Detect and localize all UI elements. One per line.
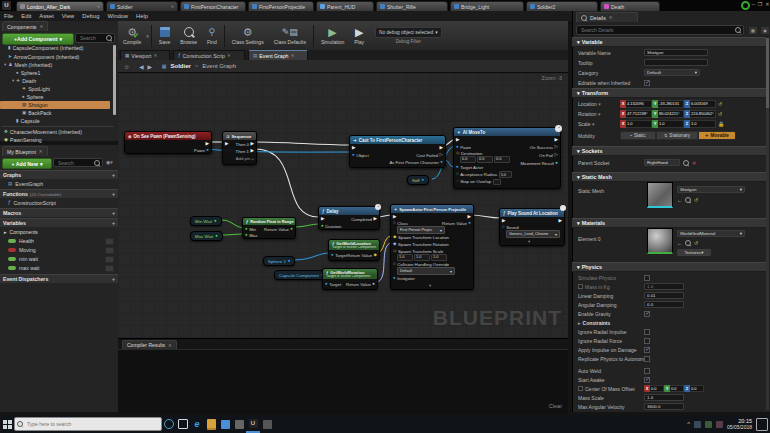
add-component-button[interactable]: +Add Component▾ xyxy=(2,33,74,45)
components-search-input[interactable] xyxy=(78,34,104,42)
visibility-icon[interactable] xyxy=(105,247,114,254)
node-get-world-location[interactable]: ƒGetWorldLocation Target is Scene Compon… xyxy=(328,239,380,261)
node-play-sound[interactable]: ƒPlay Sound At Location ▶ ▶ ○Sound Gener… xyxy=(499,208,565,246)
variable-min-wait[interactable]: min wait xyxy=(0,255,118,264)
node-get-min-wait[interactable]: Min Wait● xyxy=(190,216,222,226)
breadcrumb-root[interactable]: Soldier xyxy=(171,63,191,69)
com-z-field[interactable]: 0.0 xyxy=(690,385,704,392)
exec-in-pin[interactable]: ▶ xyxy=(352,145,356,152)
tree-item-shotgun[interactable]: ▦Shotgun xyxy=(0,101,110,109)
tray-icon[interactable] xyxy=(705,421,712,428)
exec-out-pin[interactable]: ▶ xyxy=(554,137,558,144)
clear-socket-icon[interactable]: ✕ xyxy=(692,160,696,166)
node-cast-to-firstpersoncharacter[interactable]: ➜Cast To FirstPersonCharacter ▶ ▶ ●Objec… xyxy=(349,135,446,168)
app-icon[interactable] xyxy=(232,416,246,432)
tray-icon[interactable] xyxy=(694,421,701,428)
file-explorer-icon[interactable] xyxy=(204,416,218,432)
node-self[interactable]: Self● xyxy=(407,175,429,185)
tree-item-death[interactable]: ▾✛Death xyxy=(0,77,112,85)
close-icon[interactable]: ✕ xyxy=(609,15,613,20)
pawn-out-pin[interactable]: Pawn● xyxy=(194,147,209,154)
notification-center-icon[interactable] xyxy=(756,418,768,431)
window-tab-soldier2[interactable]: Soldier2 xyxy=(526,1,598,11)
static-mesh-category-header[interactable]: ▾Static Mesh xyxy=(572,172,766,182)
mass-field[interactable]: 1.0 xyxy=(644,283,684,290)
tree-item-charactermovement[interactable]: ✥CharacterMovement (Inherited) xyxy=(0,128,112,136)
destination-fields[interactable]: 0.00.00.0 xyxy=(460,156,510,162)
store-icon[interactable] xyxy=(218,416,232,432)
menu-debug[interactable]: Debug xyxy=(78,13,103,19)
movement-result-pin[interactable]: Movement Result● xyxy=(520,160,558,167)
close-icon[interactable]: ✕ xyxy=(227,53,231,58)
task-view-icon[interactable] xyxy=(176,416,190,432)
add-variable-icon[interactable]: + xyxy=(112,220,115,226)
play-button[interactable]: ▶Play xyxy=(349,21,369,50)
event-dispatchers-header[interactable]: Event Dispatchers+ xyxy=(0,274,118,283)
filter-eye-icon[interactable]: ◉▾ xyxy=(106,159,113,165)
window-tab-bridge-light[interactable]: Bridge_Light xyxy=(450,1,524,11)
stop-on-overlap-pin[interactable]: ○Stop on Overlap xyxy=(456,178,501,185)
tree-item-sphere1[interactable]: ●Sphere1 xyxy=(0,69,112,77)
browse-icon[interactable] xyxy=(685,197,691,203)
class-dropdown[interactable]: First Person Projec▾ xyxy=(397,226,445,234)
close-icon[interactable]: ✕ xyxy=(153,53,157,58)
return-value-pin[interactable]: Return Value● xyxy=(346,281,375,288)
event-graph-item[interactable]: ▤EventGraph xyxy=(0,180,118,189)
event-graph-canvas[interactable]: Zoom -3 BLUEPRINT ◉On See Pawn (PawnSens… xyxy=(118,73,568,338)
material-thumbnail[interactable] xyxy=(647,228,673,254)
taskbar-search-input[interactable] xyxy=(25,420,159,428)
add-graph-icon[interactable]: + xyxy=(112,172,115,178)
tray-icon[interactable] xyxy=(716,421,723,428)
close-icon[interactable]: ✕ xyxy=(168,343,172,348)
com-x-field[interactable]: 0.0 xyxy=(650,385,664,392)
bookmark-star-icon[interactable]: ☆ xyxy=(124,63,129,70)
node-sequence[interactable]: ⇉Sequence ▶ Then 0▶ Then 1▶ Add pin + xyxy=(222,131,257,165)
visibility-icon[interactable] xyxy=(105,256,114,263)
ignore-radial-force-checkbox[interactable] xyxy=(644,338,650,344)
maximize-button[interactable]: ❐ xyxy=(758,1,762,7)
tree-item-capsulecomponent[interactable]: ▮CapsuleComponent (Inherited) xyxy=(0,45,112,51)
window-tab-firstpersonprojectile[interactable]: FirstPersonProjectile xyxy=(248,1,314,11)
enable-gravity-checkbox[interactable]: ✓ xyxy=(644,311,650,317)
cortana-icon[interactable] xyxy=(162,416,176,432)
class-defaults-button[interactable]: ✎▤Class Defaults xyxy=(269,21,311,50)
components-search[interactable] xyxy=(75,33,115,43)
linear-damping-field[interactable]: 0.01 xyxy=(644,292,684,299)
compile-options-icon[interactable]: ▾ xyxy=(146,33,149,39)
instigator-pin[interactable]: ●Instigator xyxy=(393,275,415,282)
close-icon[interactable]: ✕ xyxy=(39,149,43,154)
menu-help[interactable]: Help xyxy=(132,13,152,19)
add-macro-icon[interactable]: + xyxy=(112,210,115,216)
mobility-movable-button[interactable]: ✛Movable xyxy=(698,131,736,140)
my-blueprint-tab[interactable]: My Blueprint✕ xyxy=(2,146,48,156)
rotation-y-field[interactable]: 86.024221° xyxy=(658,110,684,118)
graphs-section-header[interactable]: Graphs+ xyxy=(0,170,118,179)
tree-item-backpack[interactable]: ▣BackPack xyxy=(0,109,112,117)
variable-name-field[interactable] xyxy=(644,49,708,56)
components-scrollbar[interactable] xyxy=(113,45,116,115)
exec-in-pin[interactable]: ▶ xyxy=(456,137,460,144)
visibility-icon[interactable] xyxy=(105,265,114,272)
textures-button[interactable]: Textures▾ xyxy=(677,249,711,256)
mass-scale-field[interactable]: 1.0 xyxy=(644,394,684,401)
node-get-world-rotation[interactable]: ƒGetWorldRotation Target is Scene Compon… xyxy=(322,268,378,290)
category-dropdown[interactable]: Default▾ xyxy=(644,69,700,76)
tree-item-spotlight[interactable]: ☀SpotLight xyxy=(0,85,112,93)
acceptance-radius-pin[interactable]: ○Acceptance Radius5.0 xyxy=(456,171,512,178)
collision-dropdown[interactable]: Default▾ xyxy=(397,267,455,275)
close-icon[interactable]: ✕ xyxy=(171,5,174,9)
return-value-pin[interactable]: Return Value● xyxy=(442,220,471,226)
use-selected-icon[interactable]: ← xyxy=(677,240,682,246)
back-icon[interactable]: ◀ xyxy=(139,63,144,70)
menu-edit[interactable]: Edit xyxy=(17,13,35,19)
minimize-button[interactable]: – xyxy=(752,1,755,7)
com-y-field[interactable]: 0.0 xyxy=(670,385,684,392)
max-pin[interactable]: ●Max xyxy=(245,232,257,238)
add-new-button[interactable]: + Add New▾ xyxy=(2,158,52,169)
variable-moving[interactable]: Moving xyxy=(0,246,118,255)
simulation-button[interactable]: ▶Simulation xyxy=(316,21,349,50)
static-mesh-dropdown[interactable]: Shotgun▾ xyxy=(677,186,745,193)
window-tab-death[interactable]: Death xyxy=(600,1,660,11)
location-x-field[interactable]: 4.132096 xyxy=(626,100,652,108)
scale-y-field[interactable]: 1.0 xyxy=(658,120,684,128)
